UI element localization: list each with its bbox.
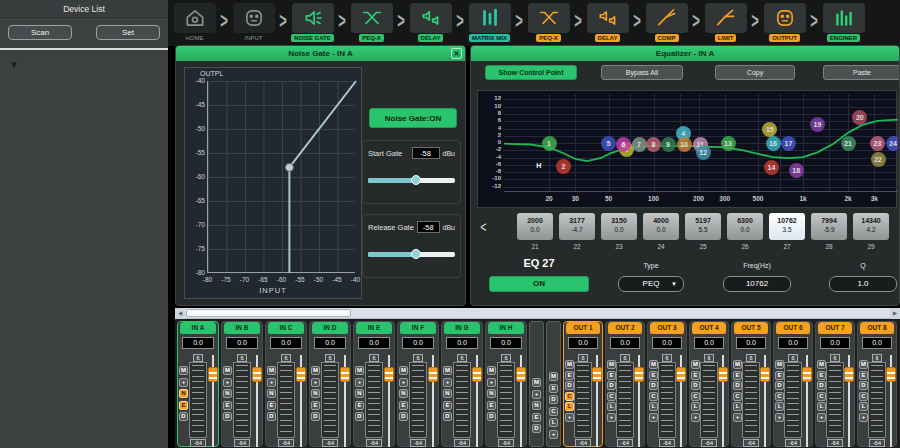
fader-handle[interactable]: [516, 367, 526, 382]
toggle-d[interactable]: D: [443, 412, 452, 421]
channel-gain-value[interactable]: 0.0: [226, 337, 258, 349]
toggle-e[interactable]: E: [859, 371, 868, 380]
eq-band-box[interactable]: 107623.5: [769, 213, 805, 240]
toggle-e[interactable]: E: [817, 371, 826, 380]
toggle-l[interactable]: L: [649, 402, 658, 411]
channel-gain-value[interactable]: 0.0: [490, 337, 522, 349]
toggle-m[interactable]: M: [443, 366, 452, 375]
device-tree-toggle[interactable]: ▼: [0, 50, 168, 68]
toggle-plus[interactable]: +: [179, 378, 188, 387]
toggle-plus[interactable]: +: [607, 413, 616, 422]
toolbar-item-delay-7[interactable]: DELAY: [583, 3, 632, 42]
eq-band-box[interactable]: 143404.2: [853, 213, 889, 240]
bypass-all-button[interactable]: Bypass All: [601, 65, 683, 80]
toggle-c[interactable]: C: [859, 392, 868, 401]
channel-gain-value[interactable]: 0.0: [694, 337, 724, 349]
toggle-plus[interactable]: +: [399, 378, 408, 387]
toggle-m[interactable]: M: [817, 360, 826, 369]
toggle-d[interactable]: D: [691, 381, 700, 390]
toggle-d[interactable]: D: [355, 412, 364, 421]
scroll-left-icon[interactable]: ◀: [175, 308, 185, 319]
eq-band-26[interactable]: 63000.026: [727, 213, 763, 250]
toggle-d[interactable]: D: [267, 412, 276, 421]
channel-tab[interactable]: IN H: [488, 322, 524, 334]
release-gate-slider[interactable]: [368, 250, 455, 259]
eq-band-box[interactable]: 20000.0: [517, 213, 553, 240]
toolbar-item-matrix-mix-5[interactable]: MATRIX MIX: [465, 3, 514, 42]
toggle-d[interactable]: D: [607, 381, 616, 390]
eq-control-point-8[interactable]: 8: [646, 137, 661, 152]
channel-gain-value[interactable]: 0.0: [182, 337, 214, 349]
toggle-n[interactable]: N: [399, 389, 408, 398]
toggle-n[interactable]: N: [179, 389, 188, 398]
show-control-point-button[interactable]: Show Control Point: [485, 65, 577, 80]
toolbar-item-input-1[interactable]: INPUT: [229, 3, 278, 42]
toggle-l[interactable]: L: [565, 402, 574, 411]
toggle-l[interactable]: L: [775, 402, 784, 411]
toggle-l[interactable]: L: [859, 402, 868, 411]
toggle-m[interactable]: M: [311, 366, 320, 375]
channel-gain-value[interactable]: 0.0: [610, 337, 640, 349]
threshold-handle[interactable]: [285, 163, 293, 171]
noise-gate-enable-button[interactable]: Noise Gate:ON: [369, 108, 457, 128]
set-button[interactable]: Set: [96, 25, 160, 40]
toggle-e[interactable]: E: [355, 401, 364, 410]
toggle-plus[interactable]: +: [565, 413, 574, 422]
toggle-m[interactable]: M: [487, 366, 496, 375]
release-gate-value[interactable]: -58: [417, 221, 440, 233]
toggle-n[interactable]: N: [223, 389, 232, 398]
channel-gain-value[interactable]: 0.0: [402, 337, 434, 349]
type-dropdown[interactable]: PEQ ▼: [618, 276, 684, 292]
toggle-d[interactable]: D: [399, 412, 408, 421]
toggle-l[interactable]: L: [607, 402, 616, 411]
fader-handle[interactable]: [472, 367, 482, 382]
toggle-n[interactable]: N: [311, 389, 320, 398]
start-gate-slider[interactable]: [368, 176, 455, 185]
eq-control-point-10[interactable]: 10: [677, 137, 692, 152]
toggle-l[interactable]: L: [549, 418, 558, 427]
toggle-m[interactable]: M: [775, 360, 784, 369]
eq-control-point-14[interactable]: 14: [764, 160, 779, 175]
eq-band-box[interactable]: 63000.0: [727, 213, 763, 240]
band-on-button[interactable]: ON: [489, 276, 589, 292]
toggle-e[interactable]: E: [223, 401, 232, 410]
toggle-c[interactable]: C: [549, 407, 558, 416]
toggle-e[interactable]: E: [399, 401, 408, 410]
paste-button[interactable]: Paste: [823, 65, 900, 80]
slider-handle[interactable]: [411, 175, 421, 185]
eq-control-point-16[interactable]: 16: [766, 136, 781, 151]
toolbar-item-comp-8[interactable]: COMP: [642, 3, 691, 42]
toggle-m[interactable]: M: [532, 378, 541, 387]
toolbar-item-home-0[interactable]: HOME: [170, 3, 219, 42]
channel-gain-value[interactable]: 0.0: [358, 337, 390, 349]
copy-button[interactable]: Copy: [715, 65, 795, 80]
channel-tab[interactable]: OUT 7: [818, 322, 852, 334]
eq-control-point-12[interactable]: 12: [696, 145, 711, 160]
freq-value-box[interactable]: 10762: [723, 276, 791, 292]
eq-control-point-7[interactable]: 7: [632, 137, 647, 152]
channel-gain-value[interactable]: 0.0: [446, 337, 478, 349]
eq-band-box[interactable]: 51975.5: [685, 213, 721, 240]
toggle-plus[interactable]: +: [443, 378, 452, 387]
eq-control-point-6[interactable]: 6: [616, 137, 631, 152]
start-gate-value[interactable]: -58: [412, 147, 440, 159]
channel-tab[interactable]: IN G: [444, 322, 480, 334]
toggle-plus[interactable]: +: [532, 390, 541, 399]
toolbar-item-peq-x-3[interactable]: PEQ-X: [347, 3, 396, 42]
toggle-l[interactable]: L: [733, 402, 742, 411]
toggle-d[interactable]: D: [649, 381, 658, 390]
eq-control-point-19[interactable]: 19: [810, 117, 825, 132]
channel-tab[interactable]: IN F: [400, 322, 436, 334]
toggle-e[interactable]: E: [267, 401, 276, 410]
toolbar-item-enginer-11[interactable]: ENGINER: [819, 3, 868, 42]
eq-band-box[interactable]: 40000.0: [643, 213, 679, 240]
channel-gain-value[interactable]: 0.0: [736, 337, 766, 349]
channel-tab[interactable]: IN A: [180, 322, 216, 334]
channel-gain-value[interactable]: 0.0: [314, 337, 346, 349]
toggle-e[interactable]: E: [311, 401, 320, 410]
fader-handle[interactable]: [844, 367, 854, 382]
toggle-e[interactable]: E: [565, 371, 574, 380]
toolbar-item-peq-x-6[interactable]: PEQ-X: [524, 3, 573, 42]
channel-tab[interactable]: OUT 8: [860, 322, 894, 334]
toggle-d[interactable]: D: [549, 395, 558, 404]
